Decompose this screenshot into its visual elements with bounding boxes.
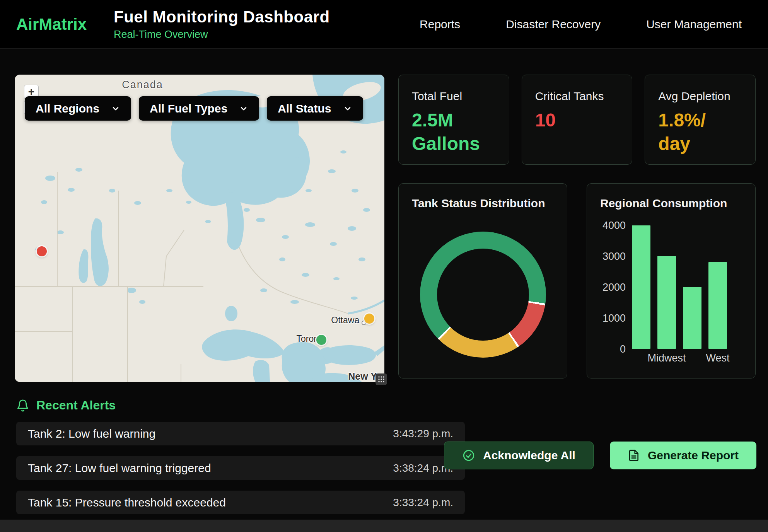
- tank-status-donut: [420, 232, 546, 358]
- consumption-bar: [632, 225, 650, 349]
- app-logo[interactable]: AirMatrix: [16, 15, 87, 34]
- nav-disaster-recovery[interactable]: Disaster Recovery: [506, 18, 601, 31]
- generate-report-label: Generate Report: [648, 449, 739, 462]
- donut-hole: [437, 249, 529, 341]
- page-title: Fuel Monitoring Dashboard: [114, 8, 329, 26]
- stat-card-total-fuel: Total Fuel 2.5M Gallons: [398, 75, 509, 165]
- map-filter-bar: All Regions All Fuel Types All Status: [25, 96, 363, 121]
- tank-status-card: Tank Status Distribution: [398, 183, 567, 379]
- chart-title: Tank Status Distribution: [412, 197, 554, 210]
- stat-label: Avg Depletion: [658, 90, 742, 103]
- bar-plot: Midwest West: [632, 225, 727, 349]
- stat-value: 10: [535, 108, 619, 132]
- alert-actions: Acknowledge All Generate Report: [444, 442, 756, 469]
- y-tick-label: 1000: [602, 313, 626, 323]
- file-text-icon: [628, 449, 640, 462]
- y-tick-label: 2000: [602, 282, 626, 292]
- acknowledge-all-button[interactable]: Acknowledge All: [444, 442, 594, 469]
- map-label-ottawa: Ottawa: [331, 315, 359, 326]
- alert-row[interactable]: Tank 15: Pressure threshold exceeded 3:3…: [16, 491, 465, 514]
- map-marker[interactable]: [37, 246, 47, 256]
- alerts-header: Recent Alerts: [16, 398, 756, 413]
- alert-text: Tank 27: Low fuel warning triggered: [28, 462, 211, 475]
- stat-value: 1.8%/ day: [658, 108, 742, 156]
- y-axis: 4000 3000 2000 1000 0: [602, 220, 626, 354]
- y-tick-label: 0: [602, 344, 626, 354]
- regions-filter-value: All Regions: [36, 102, 99, 115]
- nav-user-management[interactable]: User Management: [646, 18, 742, 31]
- stat-card-avg-depletion: Avg Depletion 1.8%/ day: [645, 75, 756, 165]
- basemap-svg: [15, 75, 384, 382]
- stat-label: Critical Tanks: [535, 90, 619, 103]
- x-tick-label: Midwest: [648, 352, 686, 364]
- alert-text: Tank 2: Low fuel warning: [28, 427, 155, 440]
- bar-col: [683, 225, 701, 349]
- alert-row[interactable]: Tank 2: Low fuel warning 3:43:29 p.m.: [16, 422, 465, 445]
- charts-row: Tank Status Distribution Regional Consum…: [398, 183, 756, 379]
- grip-dots-icon: [378, 376, 385, 383]
- stat-label: Total Fuel: [412, 90, 496, 103]
- stat-value: 2.5M Gallons: [412, 108, 496, 156]
- consumption-bar: [657, 256, 676, 349]
- bar-col: West: [708, 225, 727, 349]
- nav-reports[interactable]: Reports: [420, 18, 460, 31]
- map-marker[interactable]: [316, 335, 326, 345]
- alert-time: 3:33:24 p.m.: [393, 496, 453, 509]
- status-filter-dropdown[interactable]: All Status: [267, 96, 363, 121]
- page-subtitle: Real-Time Overview: [114, 29, 329, 41]
- app-header: AirMatrix Fuel Monitoring Dashboard Real…: [0, 0, 768, 49]
- status-filter-value: All Status: [278, 102, 331, 115]
- map-panel: Canada Ottawa Toronto New York + − All R…: [15, 75, 384, 382]
- map-marker[interactable]: [364, 314, 374, 324]
- consumption-bar: [683, 287, 701, 349]
- alert-time: 3:43:29 p.m.: [393, 428, 453, 440]
- regional-consumption-card: Regional Consumption 4000 3000 2000 1000…: [587, 183, 756, 379]
- bell-icon: [16, 399, 29, 412]
- y-tick-label: 4000: [602, 220, 626, 230]
- bar-col: [632, 225, 650, 349]
- consumption-bar-chart: 4000 3000 2000 1000 0 Midwest: [600, 225, 742, 354]
- chevron-down-icon: [111, 104, 120, 113]
- right-column: Total Fuel 2.5M Gallons Critical Tanks 1…: [398, 75, 756, 382]
- bar-col: Midwest: [657, 225, 676, 349]
- acknowledge-all-label: Acknowledge All: [483, 449, 575, 462]
- x-tick-label: West: [706, 352, 730, 364]
- main-nav: Reports Disaster Recovery User Managemen…: [420, 18, 752, 31]
- alerts-title: Recent Alerts: [36, 398, 116, 413]
- bottom-strip: [0, 520, 768, 532]
- generate-report-button[interactable]: Generate Report: [610, 442, 756, 469]
- fuel-types-filter-dropdown[interactable]: All Fuel Types: [139, 96, 259, 121]
- map-label-canada: Canada: [122, 79, 163, 91]
- chevron-down-icon: [239, 104, 248, 113]
- title-block: Fuel Monitoring Dashboard Real-Time Over…: [114, 8, 329, 41]
- map-canvas[interactable]: Canada Ottawa Toronto New York + − All R…: [15, 75, 384, 382]
- alert-text: Tank 15: Pressure threshold exceeded: [28, 496, 226, 509]
- dashboard-main: Canada Ottawa Toronto New York + − All R…: [0, 49, 768, 382]
- regions-filter-dropdown[interactable]: All Regions: [25, 96, 131, 121]
- stats-row: Total Fuel 2.5M Gallons Critical Tanks 1…: [398, 75, 756, 165]
- fuel-types-filter-value: All Fuel Types: [150, 102, 227, 115]
- alert-list: Tank 2: Low fuel warning 3:43:29 p.m. Ta…: [16, 422, 465, 514]
- alerts-section: Recent Alerts Tank 2: Low fuel warning 3…: [0, 398, 768, 514]
- y-tick-label: 3000: [602, 251, 626, 261]
- chevron-down-icon: [343, 104, 352, 113]
- stat-card-critical-tanks: Critical Tanks 10: [522, 75, 633, 165]
- chart-title: Regional Consumption: [600, 197, 742, 210]
- check-circle-icon: [462, 449, 475, 462]
- alerts-body: Tank 2: Low fuel warning 3:43:29 p.m. Ta…: [16, 422, 756, 514]
- resize-handle[interactable]: [375, 373, 387, 385]
- alert-row[interactable]: Tank 27: Low fuel warning triggered 3:38…: [16, 456, 465, 480]
- consumption-bar: [708, 262, 727, 349]
